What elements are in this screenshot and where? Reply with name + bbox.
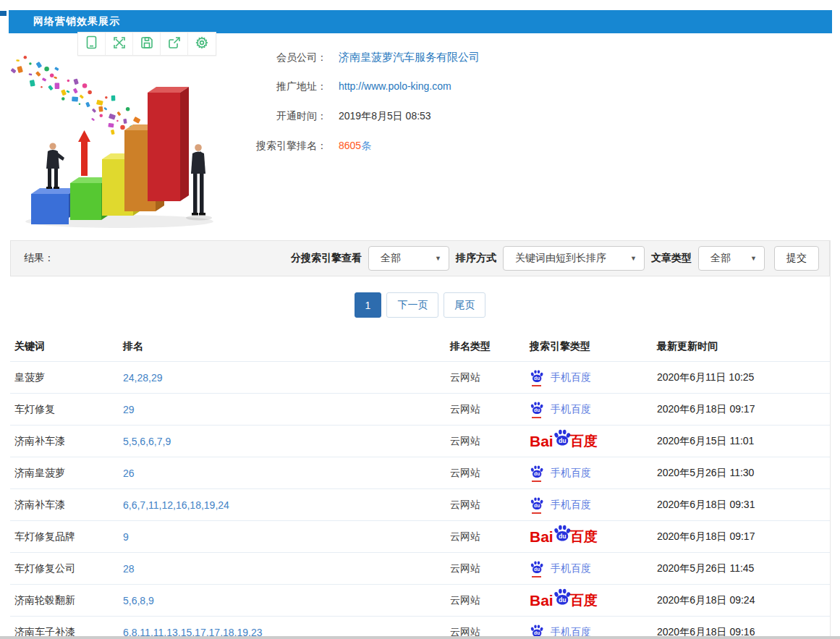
col-header-rank-type: 排名类型 — [450, 340, 530, 353]
baidu-paw-icon: du — [530, 465, 546, 482]
col-header-ranking: 排名 — [123, 340, 450, 353]
baidu-logo-bai: Bai — [530, 528, 553, 546]
updated-cell: 2020年6月18日 09:17 — [657, 530, 826, 543]
svg-text:du: du — [534, 630, 540, 635]
ranking-links[interactable]: 5,5,6,6,7,9 — [123, 436, 450, 447]
table-header-row: 关键词 排名 排名类型 搜索引擎类型 最新更新时间 — [10, 331, 830, 362]
filter-controls: 分搜索引擎查看 全部 ▼ 排序方式 关键词由短到长排序 ▼ 文章类型 全部 ▼ … — [291, 246, 819, 271]
article-type-select[interactable]: 全部 ▼ — [698, 246, 765, 271]
mobile-baidu-link[interactable]: du手机百度 — [530, 465, 591, 482]
baidu-logo-link[interactable]: Baidu百度 — [530, 524, 598, 549]
ranking-links[interactable]: 6,6,7,11,12,16,18,19,24 — [123, 499, 450, 511]
keyword-cell: 车灯修复品牌 — [14, 530, 123, 543]
page-1-button[interactable]: 1 — [355, 292, 382, 318]
ranking-links[interactable]: 29 — [123, 404, 450, 415]
engine-filter-label: 分搜索引擎查看 — [291, 252, 362, 265]
bar-red — [148, 87, 189, 201]
baidu-logo-text: 百度 — [570, 528, 598, 546]
sort-filter-label: 排序方式 — [456, 252, 496, 265]
col-header-updated: 最新更新时间 — [657, 340, 826, 353]
info-row-company: 会员公司： 济南皇菠萝汽车服务有限公司 — [246, 51, 651, 65]
engine-cell: du手机百度 — [530, 465, 657, 482]
result-label: 结果： — [24, 252, 54, 265]
sort-select-value: 关键词由短到长排序 — [515, 252, 606, 265]
marketing-report-page: 网络营销效果展示 — [0, 0, 840, 639]
mobile-baidu-link[interactable]: du手机百度 — [530, 560, 591, 577]
updated-cell: 2020年5月26日 11:30 — [657, 467, 826, 480]
table-body: 皇菠萝 24,28,29 云网站 du手机百度 2020年6月11日 10:25… — [10, 362, 830, 639]
person-left — [46, 143, 64, 189]
baidu-logo-link[interactable]: Baidu百度 — [530, 588, 598, 613]
engine-cell: du手机百度 — [530, 560, 657, 577]
rank-type-cell: 云网站 — [450, 403, 530, 416]
horizontal-scrollbar[interactable] — [0, 636, 840, 639]
svg-text:du: du — [559, 533, 567, 540]
engine-cell: Baidu百度 — [530, 588, 657, 613]
pagination: 1 下一页 尾页 — [0, 292, 840, 318]
rank-type-cell: 云网站 — [450, 594, 530, 607]
up-arrow — [78, 130, 90, 176]
article-type-select-value: 全部 — [710, 252, 731, 265]
info-row-open-time: 开通时间： 2019年8月5日 08:53 — [246, 110, 651, 124]
ranking-links[interactable]: 9 — [123, 531, 450, 543]
baidu-paw-icon: du — [553, 588, 572, 609]
company-link[interactable]: 济南皇菠萝汽车服务有限公司 — [339, 51, 480, 64]
next-page-button[interactable]: 下一页 — [386, 292, 438, 318]
corner-chip — [0, 11, 7, 16]
rank-type-cell: 云网站 — [450, 562, 530, 575]
mobile-baidu-label: 手机百度 — [551, 562, 591, 575]
submit-button[interactable]: 提交 — [774, 246, 819, 271]
baidu-logo-text: 百度 — [570, 432, 598, 451]
rank-type-cell: 云网站 — [450, 371, 530, 384]
open-time-value: 2019年8月5日 08:53 — [339, 110, 431, 123]
rank-type-cell: 云网站 — [450, 435, 530, 448]
chevron-down-icon: ▼ — [750, 255, 757, 262]
table-row: 济南补车漆 5,5,6,6,7,9 云网站 Baidu百度 2020年6月15日… — [10, 426, 830, 457]
svg-text:du: du — [534, 376, 540, 381]
open-time-label: 开通时间： — [246, 110, 327, 123]
ranking-links[interactable]: 5,6,8,9 — [123, 595, 450, 606]
updated-cell: 2020年6月11日 10:25 — [657, 371, 826, 384]
svg-text:du: du — [534, 407, 540, 412]
keyword-cell: 济南补车漆 — [14, 435, 123, 448]
table-row: 车灯修复 29 云网站 du手机百度 2020年6月18日 09:17 — [10, 394, 830, 426]
rank-count-unit: 条 — [361, 140, 371, 151]
ranking-table: 关键词 排名 排名类型 搜索引擎类型 最新更新时间 皇菠萝 24,28,29 云… — [10, 331, 830, 639]
person-right — [186, 144, 212, 220]
last-page-button[interactable]: 尾页 — [444, 292, 485, 318]
table-row: 济南补车漆 6,6,7,11,12,16,18,19,24 云网站 du手机百度… — [10, 489, 830, 521]
mobile-baidu-link[interactable]: du手机百度 — [530, 401, 591, 418]
baidu-paw-icon: du — [530, 560, 546, 577]
updated-cell: 2020年6月18日 09:17 — [657, 403, 826, 416]
updated-cell: 2020年6月18日 09:24 — [657, 594, 826, 607]
page-title: 网络营销效果展示 — [9, 15, 120, 28]
baidu-paw-icon: du — [530, 496, 546, 514]
page-header: 网络营销效果展示 — [9, 10, 832, 33]
ranking-links[interactable]: 24,28,29 — [123, 372, 450, 384]
keyword-cell: 济南轮毂翻新 — [14, 594, 123, 607]
baidu-logo-bai: Bai — [530, 592, 553, 609]
ranking-links[interactable]: 26 — [123, 467, 450, 479]
baidu-logo-text: 百度 — [570, 591, 598, 610]
mobile-baidu-link[interactable]: du手机百度 — [530, 496, 591, 514]
account-info: 会员公司： 济南皇菠萝汽车服务有限公司 推广地址： http://www.pol… — [246, 51, 651, 169]
engine-select-value: 全部 — [381, 252, 401, 265]
svg-text:du: du — [534, 471, 540, 476]
ranking-links[interactable]: 28 — [123, 563, 450, 575]
rank-type-cell: 云网站 — [450, 467, 530, 480]
article-type-label: 文章类型 — [651, 252, 692, 265]
promo-url-link[interactable]: http://www.polo-king.com — [339, 80, 451, 92]
table-row: 车灯修复品牌 9 云网站 Baidu百度 2020年6月18日 09:17 — [10, 521, 830, 553]
updated-cell: 2020年6月15日 11:01 — [657, 435, 826, 448]
keyword-cell: 皇菠萝 — [14, 371, 123, 384]
rank-count-number: 8605 — [339, 140, 361, 151]
info-row-url: 推广地址： http://www.polo-king.com — [246, 80, 651, 95]
svg-text:du: du — [534, 503, 540, 508]
sort-select[interactable]: 关键词由短到长排序 ▼ — [503, 246, 645, 271]
engine-select[interactable]: 全部 ▼ — [368, 246, 449, 271]
keyword-cell: 济南补车漆 — [14, 499, 123, 512]
mobile-baidu-link[interactable]: du手机百度 — [530, 369, 591, 386]
keyword-cell: 车灯修复 — [14, 403, 123, 416]
baidu-logo-link[interactable]: Baidu百度 — [530, 428, 598, 454]
rank-type-cell: 云网站 — [450, 530, 530, 543]
